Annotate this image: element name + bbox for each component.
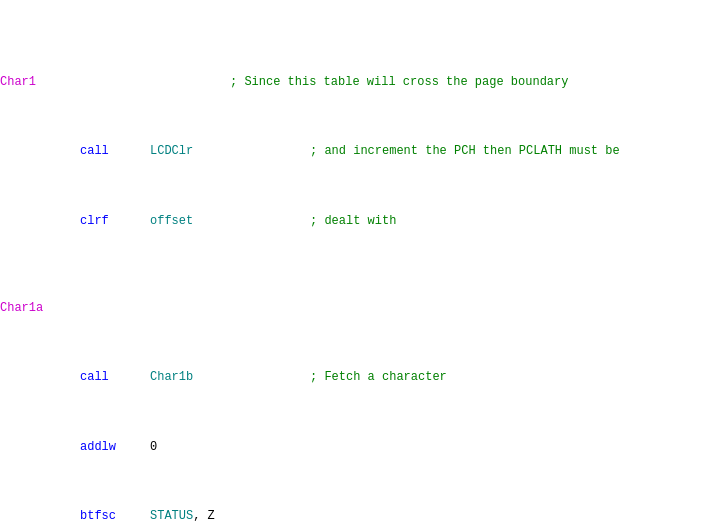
- instr-btfsc-z: btfsc: [80, 508, 150, 525]
- operand-status-z: STATUS, Z: [150, 508, 310, 525]
- code-block: Char1; Since this table will cross the p…: [0, 0, 711, 525]
- instr-call-char1b: call: [80, 369, 150, 386]
- comment-char1b: ; Fetch a character: [310, 369, 447, 386]
- label-char1a: Char1a: [0, 300, 43, 317]
- comment-clrf: ; dealt with: [310, 213, 396, 230]
- label-char1: Char1: [0, 74, 36, 91]
- operand-0: 0: [150, 439, 310, 456]
- operand-char1b: Char1b: [150, 369, 310, 386]
- line-char1a-label: Char1a: [0, 300, 711, 317]
- line-call-char1b: callChar1b; Fetch a character: [0, 369, 711, 386]
- comment-lcdclr: ; and increment the PCH then PCLATH must…: [310, 143, 620, 160]
- operand-offset1: offset: [150, 213, 310, 230]
- instr-clrf: clrf: [80, 213, 150, 230]
- line-call-lcdclr: callLCDClr; and increment the PCH then P…: [0, 143, 711, 160]
- instr-call-lcdclr: call: [80, 143, 150, 160]
- line-clrf-offset: clrfoffset; dealt with: [0, 213, 711, 230]
- comment-char1: ; Since this table will cross the page b…: [230, 74, 568, 91]
- operand-lcdclr: LCDClr: [150, 143, 310, 160]
- line-char1-header: Char1; Since this table will cross the p…: [0, 74, 711, 91]
- line-btfsc-status-z: btfscSTATUS, Z: [0, 508, 711, 525]
- line-addlw-0: addlw0: [0, 439, 711, 456]
- instr-addlw-0: addlw: [80, 439, 150, 456]
